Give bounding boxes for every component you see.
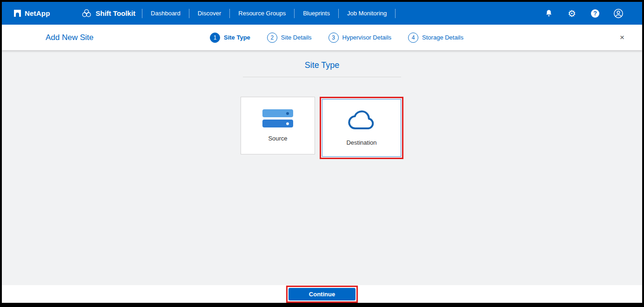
shift-toolkit-logo[interactable]: Shift Toolkit — [81, 8, 136, 19]
step-3-label: Hypervisor Details — [342, 34, 391, 41]
nav-item-resource-groups[interactable]: Resource Groups — [236, 9, 288, 18]
step-4-circle: 4 — [408, 33, 418, 43]
step-hypervisor-details[interactable]: 3 Hypervisor Details — [329, 33, 391, 43]
server-bar — [262, 109, 293, 117]
main-content: Site Type Source Destination — [2, 50, 642, 285]
divider — [294, 9, 295, 18]
server-bar — [262, 120, 293, 127]
nav-item-dashboard[interactable]: Dashboard — [149, 9, 182, 18]
source-card-label: Source — [268, 135, 287, 142]
divider — [338, 9, 339, 18]
destination-highlight-box: Destination — [320, 97, 403, 159]
server-stack-icon — [262, 109, 293, 127]
page-title: Add New Site — [46, 33, 94, 42]
continue-button[interactable]: Continue — [288, 288, 356, 300]
step-site-type[interactable]: 1 Site Type — [210, 33, 250, 43]
settings-gear-icon[interactable]: ⚙ — [567, 8, 577, 19]
wizard-header: Add New Site 1 Site Type 2 Site Details … — [2, 25, 642, 50]
close-icon[interactable]: × — [616, 32, 628, 44]
divider — [142, 9, 142, 18]
step-4-label: Storage Details — [422, 34, 463, 41]
primary-nav: Dashboard Discover Resource Groups Bluep… — [149, 9, 402, 18]
notification-bell-icon[interactable] — [543, 8, 554, 19]
destination-card[interactable]: Destination — [322, 99, 401, 157]
site-type-cards: Source Destination — [241, 97, 403, 159]
topnav-actions: ⚙ ? — [543, 8, 624, 19]
section-divider — [243, 77, 401, 77]
divider — [189, 9, 189, 18]
shift-toolkit-icon — [81, 8, 92, 19]
netapp-logo[interactable]: NetApp — [14, 9, 50, 17]
app-window: NetApp Shift Toolkit Dashboard Discover … — [0, 0, 644, 307]
nav-item-discover[interactable]: Discover — [196, 9, 223, 18]
server-led — [286, 112, 289, 115]
app-name: Shift Toolkit — [96, 9, 136, 17]
step-1-label: Site Type — [224, 34, 250, 41]
help-icon[interactable]: ? — [590, 8, 600, 19]
account-icon[interactable] — [613, 8, 624, 19]
divider — [395, 9, 396, 18]
top-navigation: NetApp Shift Toolkit Dashboard Discover … — [2, 2, 642, 25]
server-led — [286, 122, 289, 125]
divider — [229, 9, 230, 18]
nav-item-blueprints[interactable]: Blueprints — [301, 9, 332, 18]
source-card[interactable]: Source — [241, 97, 315, 154]
step-site-details[interactable]: 2 Site Details — [267, 33, 312, 43]
cloud-icon — [346, 110, 377, 132]
wizard-stepper: 1 Site Type 2 Site Details 3 Hypervisor … — [210, 33, 463, 43]
netapp-brand-text: NetApp — [25, 9, 50, 17]
step-1-circle: 1 — [210, 33, 220, 43]
section-title: Site Type — [305, 60, 340, 70]
step-2-label: Site Details — [281, 34, 312, 41]
help-glyph: ? — [591, 9, 599, 18]
gear-glyph: ⚙ — [568, 9, 576, 18]
step-3-circle: 3 — [329, 33, 339, 43]
continue-highlight-box: Continue — [286, 286, 358, 303]
destination-card-label: Destination — [346, 139, 376, 146]
step-2-circle: 2 — [267, 33, 277, 43]
nav-item-job-monitoring[interactable]: Job Monitoring — [345, 9, 389, 18]
netapp-logo-icon — [14, 10, 21, 17]
footer-bar: Continue — [2, 285, 642, 303]
step-storage-details[interactable]: 4 Storage Details — [408, 33, 463, 43]
